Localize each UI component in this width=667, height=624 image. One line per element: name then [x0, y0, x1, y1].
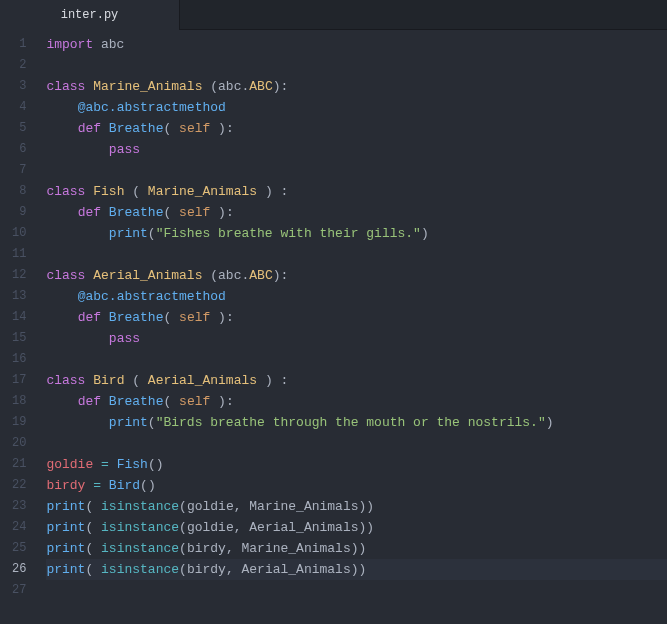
code-line[interactable]: goldie = Fish(): [46, 454, 667, 475]
token-punc: )): [351, 541, 367, 556]
code-line[interactable]: [46, 55, 667, 76]
token-plain: [46, 205, 77, 220]
line-number: 12: [12, 265, 26, 286]
token-plain: ):: [273, 79, 289, 94]
line-number: 11: [12, 244, 26, 265]
token-plain: ):: [273, 268, 289, 283]
code-line[interactable]: class Aerial_Animals (abc.ABC):: [46, 265, 667, 286]
code-line[interactable]: pass: [46, 139, 667, 160]
code-line[interactable]: def Breathe( self ):: [46, 307, 667, 328]
token-punc: ):: [218, 121, 234, 136]
code-line[interactable]: class Marine_Animals (abc.ABC):: [46, 76, 667, 97]
token-punc: ):: [218, 394, 234, 409]
line-number: 17: [12, 370, 26, 391]
line-number: 9: [12, 202, 26, 223]
token-param: self: [179, 121, 210, 136]
code-line[interactable]: print( isinstance(goldie, Marine_Animals…: [46, 496, 667, 517]
line-number: 16: [12, 349, 26, 370]
code-line[interactable]: import abc: [46, 34, 667, 55]
token-plain: [46, 100, 77, 115]
token-fn: Fish: [117, 457, 148, 472]
token-punc: )): [359, 520, 375, 535]
token-builtin: isinstance: [101, 541, 179, 556]
token-plain: goldie: [187, 520, 234, 535]
token-plain: ) :: [257, 184, 288, 199]
token-plain: [101, 478, 109, 493]
line-number: 7: [12, 160, 26, 181]
code-line[interactable]: @abc.abstractmethod: [46, 97, 667, 118]
line-number: 27: [12, 580, 26, 601]
token-punc: ,: [234, 520, 242, 535]
code-line[interactable]: [46, 433, 667, 454]
token-plain: birdy: [187, 562, 226, 577]
line-number: 22: [12, 475, 26, 496]
token-fn: print: [46, 562, 85, 577]
token-kw: class: [46, 268, 85, 283]
code-line[interactable]: print( isinstance(birdy, Marine_Animals)…: [46, 538, 667, 559]
tab-file[interactable]: inter.py: [0, 0, 180, 30]
token-plain: [210, 121, 218, 136]
line-number: 1: [12, 34, 26, 55]
code-line[interactable]: print("Fishes breathe with their gills."…: [46, 223, 667, 244]
code-line[interactable]: print("Birds breathe through the mouth o…: [46, 412, 667, 433]
token-plain: [46, 289, 77, 304]
token-cls: Fish: [93, 184, 124, 199]
code-line[interactable]: [46, 580, 667, 601]
code-area[interactable]: import abcclass Marine_Animals (abc.ABC)…: [34, 30, 667, 624]
token-punc: (: [179, 499, 187, 514]
token-plain: (: [202, 268, 218, 283]
token-cls: Bird: [93, 373, 124, 388]
code-line[interactable]: def Breathe( self ):: [46, 118, 667, 139]
token-plain: [93, 457, 101, 472]
line-number: 5: [12, 118, 26, 139]
code-line[interactable]: print( isinstance(goldie, Aerial_Animals…: [46, 517, 667, 538]
token-fn: @abc.abstractmethod: [78, 289, 226, 304]
token-fn: print: [46, 499, 85, 514]
token-fn: print: [109, 226, 148, 241]
token-plain: [101, 310, 109, 325]
token-fn: @abc.abstractmethod: [78, 100, 226, 115]
token-kw: pass: [109, 331, 140, 346]
line-number: 19: [12, 412, 26, 433]
code-line[interactable]: class Fish ( Marine_Animals ) :: [46, 181, 667, 202]
line-number: 18: [12, 391, 26, 412]
token-punc: (: [179, 562, 187, 577]
token-fn: print: [46, 541, 85, 556]
line-number: 4: [12, 97, 26, 118]
token-str: "Birds breathe through the mouth or the …: [156, 415, 546, 430]
token-plain: [46, 226, 108, 241]
code-line[interactable]: def Breathe( self ):: [46, 391, 667, 412]
token-plain: (: [124, 373, 147, 388]
line-number: 20: [12, 433, 26, 454]
token-plain: [46, 394, 77, 409]
token-plain: Aerial_Animals: [242, 520, 359, 535]
token-plain: [46, 142, 108, 157]
code-line[interactable]: [46, 349, 667, 370]
code-line[interactable]: pass: [46, 328, 667, 349]
code-line[interactable]: class Bird ( Aerial_Animals ) :: [46, 370, 667, 391]
line-number: 25: [12, 538, 26, 559]
code-editor[interactable]: 1234567891011121314151617181920212223242…: [0, 30, 667, 624]
token-op: =: [93, 478, 101, 493]
token-fn: Breathe: [109, 310, 164, 325]
token-kw: class: [46, 184, 85, 199]
line-number: 24: [12, 517, 26, 538]
token-op: =: [101, 457, 109, 472]
token-punc: (): [148, 457, 164, 472]
code-line[interactable]: [46, 244, 667, 265]
code-line[interactable]: birdy = Bird(): [46, 475, 667, 496]
code-line[interactable]: print( isinstance(birdy, Aerial_Animals)…: [46, 559, 667, 580]
token-kw: def: [78, 205, 101, 220]
code-line[interactable]: [46, 160, 667, 181]
tab-bar: inter.py: [0, 0, 667, 30]
token-plain: [210, 310, 218, 325]
code-line[interactable]: @abc.abstractmethod: [46, 286, 667, 307]
token-punc: (: [148, 226, 156, 241]
token-punc: ,: [226, 541, 234, 556]
token-ident: goldie: [46, 457, 93, 472]
code-line[interactable]: def Breathe( self ):: [46, 202, 667, 223]
token-kw: def: [78, 121, 101, 136]
token-fn: Breathe: [109, 121, 164, 136]
token-ident: birdy: [46, 478, 85, 493]
token-punc: (: [179, 520, 187, 535]
